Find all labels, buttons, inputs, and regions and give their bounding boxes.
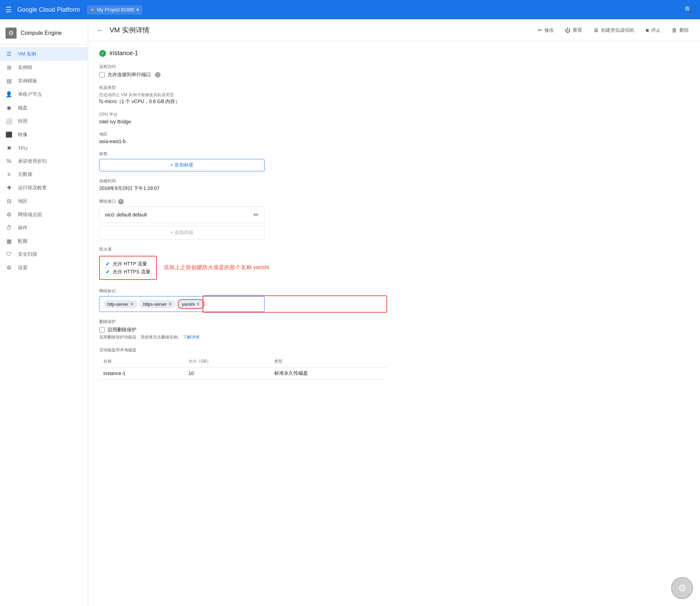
disk-size-cell: 10 (184, 367, 270, 380)
delete-protection-label: 删除保护 (99, 319, 387, 325)
quotas-icon: ▦ (6, 238, 12, 244)
tag-chip-http-server: http-server ✕ (104, 300, 137, 308)
sidebar-item-sole-tenant-nodes[interactable]: 👤 单租户节点 (0, 88, 88, 101)
project-selector[interactable]: ✦ My Project 82485 ▾ (87, 5, 142, 14)
remove-yanshi-icon[interactable]: ✕ (196, 301, 200, 307)
network-interface-value: nic0: default default (105, 212, 147, 218)
clone-label: 创建类似虚拟机 (601, 27, 635, 33)
network-interface-box: nic0: default default ✏ (99, 206, 265, 223)
sidebar-label-security-scans: 安全扫描 (18, 251, 37, 257)
sidebar-label-instance-groups: 实例组 (18, 64, 32, 71)
network-interface-section: 网络接口 ? nic0: default default ✏ + 添加内容 (99, 199, 387, 240)
delete-protection-section: 删除保护 启用删除保护 启用删除保护功能后，系统将无法删除实例。 了解详情 (99, 319, 387, 340)
reset-button[interactable]: ⏻ 重置 (562, 25, 585, 36)
brand-name: Google Cloud Platform (17, 6, 80, 13)
sidebar-label-sole-tenant: 单租户节点 (18, 91, 42, 98)
sidebar-header: ⚙ Compute Engine (0, 22, 88, 44)
top-navigation: ☰ Google Cloud Platform ✦ My Project 824… (0, 0, 700, 19)
sidebar-item-settings[interactable]: ⚙ 设置 (0, 261, 88, 274)
delete-button[interactable]: 🗑 删除 (669, 25, 692, 36)
edit-button[interactable]: ✏ 修改 (535, 25, 557, 36)
sidebar: ⚙ Compute Engine ☰ VM 实例 ⊞ 实例组 ▤ 实例模板 👤 … (0, 19, 88, 606)
edit-label: 修改 (544, 27, 554, 33)
disk-table: 名称 大小（GB） 类型 instance-1 10 标准永久性磁盘 (99, 356, 387, 380)
add-label-button-text: + 添加标签 (170, 162, 194, 168)
remote-access-section: 远程访问 允许连接到串行端口 ? (99, 64, 387, 78)
sidebar-label-neg: 网络端点组 (18, 212, 42, 218)
sidebar-item-health-checks[interactable]: ✚ 运行状况检查 (0, 181, 88, 194)
disk-col-type: 类型 (270, 356, 387, 367)
network-tags-box: http-server ✕ https-server ✕ yanshi ✕ (99, 296, 265, 312)
sidebar-label-operations: 操作 (18, 225, 28, 231)
sidebar-item-committed-use[interactable]: % 承诺使用折扣 (0, 155, 88, 168)
hamburger-menu[interactable]: ☰ (6, 6, 12, 14)
learn-more-link[interactable]: 了解详情 (183, 335, 199, 340)
vm-instances-icon: ☰ (6, 51, 12, 57)
health-checks-icon: ✚ (6, 184, 12, 191)
sidebar-item-security-scans[interactable]: 🛡 安全扫描 (0, 248, 88, 261)
sidebar-item-zones[interactable]: ⊟ 地区 (0, 194, 88, 208)
project-name: My Project 82485 (97, 7, 134, 12)
created-section: 创建时间 2018年9月29日 下午1:29:07 (99, 178, 387, 192)
delete-label: 删除 (679, 27, 689, 33)
sidebar-label-quotas: 配额 (18, 238, 28, 244)
content-area: ✓ instance-1 远程访问 允许连接到串行端口 ? 机器类型 您必须停止… (88, 41, 398, 395)
machine-type-value: f1-micro（1 个 vCPU，0.6 GB 内存） (99, 99, 387, 105)
sidebar-item-images[interactable]: ⬛ 映像 (0, 128, 88, 141)
sidebar-item-snapshots[interactable]: ⬜ 快照 (0, 114, 88, 128)
delete-protection-checkbox[interactable] (99, 327, 105, 333)
sidebar-label-instance-templates: 实例模板 (18, 78, 37, 84)
sidebar-item-disks[interactable]: ◉ 磁盘 (0, 101, 88, 114)
network-tags-section: 网络标记 http-server ✕ https-server ✕ yanshi (99, 288, 387, 312)
app-layout: ⚙ Compute Engine ☰ VM 实例 ⊞ 实例组 ▤ 实例模板 👤 … (0, 19, 700, 606)
compute-engine-icon: ⚙ (6, 28, 17, 39)
sidebar-item-operations[interactable]: ⏱ 操作 (0, 221, 88, 234)
sidebar-label-metadata: 元数据 (18, 171, 32, 178)
machine-type-note: 您必须停止 VM 实例才能修改其机器类型 (99, 92, 387, 98)
network-tags-label: 网络标记 (99, 288, 387, 294)
watermark: ⚙ (671, 577, 693, 599)
clone-icon: 🖥 (593, 27, 599, 33)
disk-col-name: 名称 (99, 356, 184, 367)
tag-http-server-text: http-server (107, 302, 128, 307)
tag-yanshi-text: yanshi (182, 302, 195, 307)
add-label-button[interactable]: + 添加标签 (99, 159, 265, 171)
delete-protection-note: 启用删除保护功能后，系统将无法删除实例。 (99, 335, 182, 340)
tpu-icon: ✖ (6, 145, 12, 151)
created-value: 2018年9月29日 下午1:29:07 (99, 185, 387, 192)
clone-button[interactable]: 🖥 创建类似虚拟机 (590, 25, 637, 36)
delete-protection-checkbox-row: 启用删除保护 (99, 327, 387, 333)
sidebar-item-network-endpoint-groups[interactable]: ⚙ 网络端点组 (0, 208, 88, 221)
serial-port-checkbox[interactable] (99, 72, 105, 78)
stop-button[interactable]: ■ 停止 (643, 25, 663, 36)
sidebar-label-tpu: TPU (18, 145, 28, 151)
sidebar-item-instance-templates[interactable]: ▤ 实例模板 (0, 74, 88, 88)
remove-https-server-icon[interactable]: ✕ (168, 301, 172, 307)
sidebar-item-tpu[interactable]: ✖ TPU (0, 141, 88, 155)
cpu-platform-label: CPU 平台 (99, 112, 387, 118)
sidebar-item-instance-groups[interactable]: ⊞ 实例组 (0, 61, 88, 74)
page-header: ← VM 实例详情 ✏ 修改 ⏻ 重置 🖥 创建类似虚拟机 ■ 停止 (88, 19, 700, 41)
sidebar-item-quotas[interactable]: ▦ 配额 (0, 234, 88, 248)
search-icon[interactable]: 🔍 (682, 3, 694, 16)
instance-name: instance-1 (110, 50, 138, 57)
remove-http-server-icon[interactable]: ✕ (130, 301, 134, 307)
labels-label: 标签 (99, 151, 387, 157)
back-button[interactable]: ← (96, 26, 104, 35)
edit-icon: ✏ (538, 27, 542, 33)
remote-access-label: 远程访问 (99, 64, 387, 70)
cpu-platform-section: CPU 平台 Intel Ivy Bridge (99, 112, 387, 124)
network-interface-label: 网络接口 ? (99, 199, 387, 204)
page-title: VM 实例详情 (110, 26, 529, 35)
https-check-icon: ✔ (105, 269, 110, 275)
boot-disk-section: 启动磁盘和本地磁盘 名称 大小（GB） 类型 instance-1 10 (99, 347, 387, 380)
zones-icon: ⊟ (6, 198, 12, 204)
disk-col-size: 大小（GB） (184, 356, 270, 367)
sidebar-item-vm-instances[interactable]: ☰ VM 实例 (0, 47, 88, 61)
disk-type-cell: 标准永久性磁盘 (270, 367, 387, 380)
network-interface-help-icon[interactable]: ? (118, 199, 124, 204)
network-interface-edit-icon[interactable]: ✏ (254, 211, 259, 219)
sidebar-item-metadata[interactable]: ≡ 元数据 (0, 168, 88, 181)
serial-port-help-icon[interactable]: ? (155, 72, 161, 78)
add-content-button[interactable]: + 添加内容 (99, 226, 265, 240)
